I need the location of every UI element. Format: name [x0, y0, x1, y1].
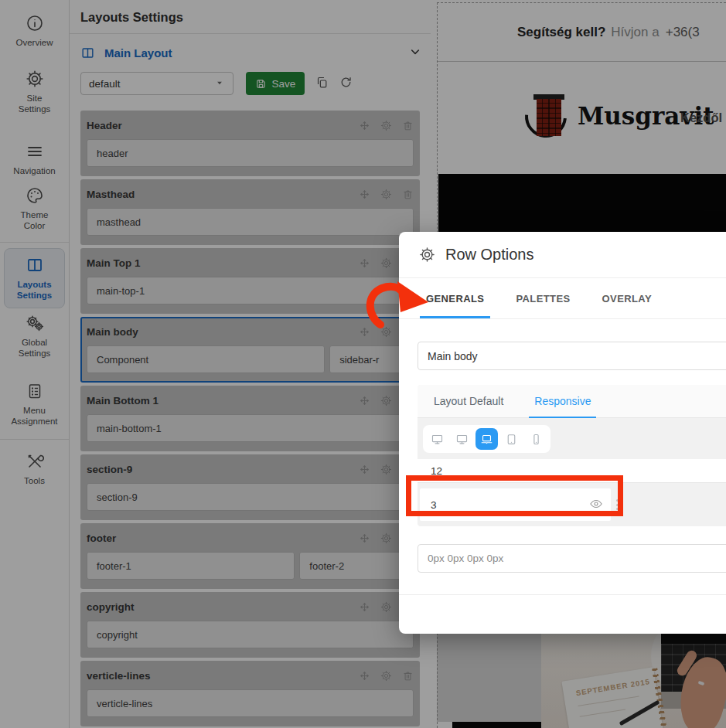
- columns-responsive-value: 3: [431, 499, 437, 511]
- modal-header: Row Options: [399, 232, 726, 278]
- monitor-icon: [455, 433, 469, 446]
- columns-responsive-row: 3: [418, 483, 726, 526]
- device-desktop-button[interactable]: [451, 428, 473, 450]
- columns-default-value[interactable]: 12: [418, 459, 726, 483]
- tab-palettes[interactable]: PALETTES: [514, 278, 571, 318]
- eye-icon[interactable]: [589, 497, 603, 513]
- tab-layout-default[interactable]: Layout Default: [434, 385, 503, 417]
- device-laptop-button[interactable]: [475, 428, 498, 450]
- device-tablet-button[interactable]: [500, 428, 523, 450]
- responsive-settings: Layout Default Responsive 12 3: [418, 385, 726, 526]
- laptop-icon: [480, 433, 493, 446]
- modal-title: Row Options: [445, 246, 534, 264]
- monitor-large-icon: [431, 433, 444, 446]
- tab-responsive[interactable]: Responsive: [529, 385, 596, 418]
- spacing-input[interactable]: [418, 544, 726, 573]
- modal-footer-divider: [399, 594, 726, 595]
- columns-responsive-input[interactable]: 3: [420, 488, 611, 521]
- gear-icon: [419, 247, 435, 263]
- device-mobile-button[interactable]: [525, 428, 547, 450]
- row-name-input[interactable]: [418, 342, 726, 370]
- row-options-modal: Row Options GENERALS PALETTES OVERLAY La…: [399, 232, 726, 634]
- device-selector: [418, 418, 726, 459]
- kebab-menu-icon[interactable]: [616, 499, 619, 510]
- tab-generals[interactable]: GENERALS: [424, 278, 486, 318]
- modal-tabs: GENERALS PALETTES OVERLAY: [399, 278, 726, 319]
- phone-icon: [530, 433, 543, 446]
- device-desktop-large-button[interactable]: [426, 428, 448, 450]
- tab-overlay[interactable]: OVERLAY: [601, 278, 653, 318]
- tablet-icon: [505, 433, 518, 446]
- responsive-tabs: Layout Default Responsive: [418, 385, 726, 418]
